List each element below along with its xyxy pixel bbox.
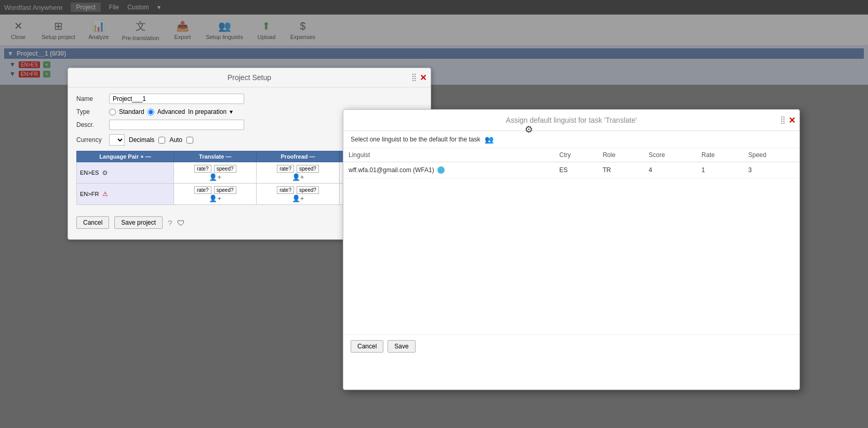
assign-grid-icon[interactable]: ⣿ — [780, 115, 785, 125]
currency-select[interactable] — [109, 134, 125, 146]
descr-input[interactable] — [109, 120, 244, 130]
type-standard-radio[interactable] — [109, 109, 116, 115]
assign-dialog-controls: ⣿ ✕ — [780, 115, 795, 125]
translate-assign-en-es[interactable]: 👤+ — [209, 173, 221, 181]
proofread-cell-en-es: rate? speed? 👤+ — [257, 162, 339, 184]
assign-close-button[interactable]: ✕ — [789, 115, 795, 125]
col-speed: Speed — [743, 148, 800, 162]
project-cancel-button[interactable]: Cancel — [76, 216, 109, 229]
project-setup-grid-icon[interactable]: ⣿ — [411, 73, 417, 83]
translate-cell-en-fr: rate? speed? 👤+ — [174, 184, 257, 205]
linguist-email-text: wff.wfa.01@gmail.com (WFA1) — [349, 166, 434, 174]
col-language-pair: Language Pair + — — [77, 151, 174, 162]
col-translate: Translate — — [174, 151, 257, 162]
col-rate: Rate — [697, 148, 743, 162]
assign-empty-area — [343, 178, 799, 334]
col-linguist: Linguist — [343, 148, 554, 162]
linguist-status-icon — [437, 166, 445, 174]
assign-subheader-text: Select one linguist to be the default fo… — [351, 136, 480, 143]
translate-rate-btn-en-es[interactable]: rate? — [194, 165, 211, 173]
decimals-label: Decimals — [129, 136, 154, 144]
linguist-row[interactable]: wff.wfa.01@gmail.com (WFA1) ES TR 4 1 3 — [343, 162, 799, 178]
name-label: Name — [76, 95, 105, 102]
add-lang-pair-button[interactable]: + — [140, 153, 143, 160]
decimals-checkbox[interactable] — [158, 137, 165, 144]
linguist-ctry-cell: ES — [554, 162, 597, 178]
cursor: ⚙ — [525, 124, 533, 135]
linguist-email-cell: wff.wfa.01@gmail.com (WFA1) — [343, 162, 554, 178]
name-input[interactable] — [109, 94, 244, 104]
assign-person-icon: 👥 — [485, 135, 493, 144]
col-proofread: Proofread — — [257, 151, 339, 162]
translate-speed-btn-en-fr[interactable]: speed? — [214, 186, 236, 194]
type-status-label: In preparation — [188, 108, 226, 115]
name-field-row: Name — [76, 94, 422, 104]
translate-cell-en-es: rate? speed? 👤+ — [174, 162, 257, 184]
type-standard-label: Standard — [119, 108, 144, 115]
descr-label: Descr. — [76, 121, 105, 128]
proofread-rate-btn-en-es[interactable]: rate? — [277, 165, 294, 173]
col-score: Score — [644, 148, 697, 162]
en-es-icon: ⊙ — [102, 169, 108, 176]
linguist-email-wrapper: wff.wfa.01@gmail.com (WFA1) — [349, 166, 549, 174]
proofread-speed-btn-en-fr[interactable]: speed? — [297, 186, 319, 194]
assign-footer: Cancel Save — [343, 334, 799, 358]
auto-label: Auto — [169, 136, 182, 144]
project-setup-close-button[interactable]: ✕ — [420, 73, 426, 83]
assign-dialog-title: Assign default linguist for task 'Transl… — [343, 110, 799, 131]
proofread-cell-en-fr: rate? speed? 👤+ — [257, 184, 339, 205]
auto-checkbox[interactable] — [186, 137, 193, 144]
type-dropdown-icon[interactable]: ▾ — [230, 108, 233, 115]
pair-cell-en-fr: EN>FR ⚠ — [77, 184, 174, 205]
en-fr-icon: ⚠ — [102, 190, 108, 198]
project-setup-controls: ⣿ ✕ — [411, 73, 426, 83]
proofread-assign-en-es[interactable]: 👤+ — [292, 173, 304, 181]
assign-subheader: Select one linguist to be the default fo… — [343, 131, 799, 148]
project-setup-title: Project Setup ⣿ ✕ — [68, 68, 431, 87]
proofread-rate-btn-en-fr[interactable]: rate? — [277, 186, 294, 194]
type-radio-group: Standard Advanced In preparation ▾ — [109, 108, 233, 115]
translate-rate-btn-en-fr[interactable]: rate? — [194, 186, 211, 194]
proofread-assign-en-fr[interactable]: 👤+ — [292, 194, 304, 202]
assign-save-button[interactable]: Save — [388, 340, 415, 353]
linguist-speed-cell: 3 — [743, 162, 800, 178]
translate-assign-en-fr[interactable]: 👤+ — [209, 194, 221, 202]
pair-cell-en-es: EN>ES ⊙ — [77, 162, 174, 184]
assign-cancel-button[interactable]: Cancel — [351, 340, 383, 353]
linguist-role-cell: TR — [597, 162, 644, 178]
shield-icon[interactable]: 🛡 — [177, 218, 185, 227]
remove-lang-pair-button[interactable]: — — [145, 153, 151, 160]
linguist-score-cell: 4 — [644, 162, 697, 178]
col-role: Role — [597, 148, 644, 162]
assign-table-header-row: Linguist Ctry Role Score Rate Speed — [343, 148, 799, 162]
col-ctry: Ctry — [554, 148, 597, 162]
linguist-rate-cell: 1 — [697, 162, 743, 178]
type-label: Type — [76, 108, 105, 115]
proofread-speed-btn-en-es[interactable]: speed? — [297, 165, 319, 173]
translate-speed-btn-en-es[interactable]: speed? — [214, 165, 236, 173]
project-save-button[interactable]: Save project — [114, 216, 163, 229]
assign-linguist-dialog: Assign default linguist for task 'Transl… — [343, 109, 800, 390]
type-advanced-radio[interactable] — [148, 109, 154, 115]
help-icon[interactable]: ? — [168, 218, 172, 227]
assign-linguist-table: Linguist Ctry Role Score Rate Speed wff.… — [343, 148, 799, 178]
currency-label: Currency — [76, 136, 105, 144]
type-advanced-label: Advanced — [157, 108, 185, 115]
